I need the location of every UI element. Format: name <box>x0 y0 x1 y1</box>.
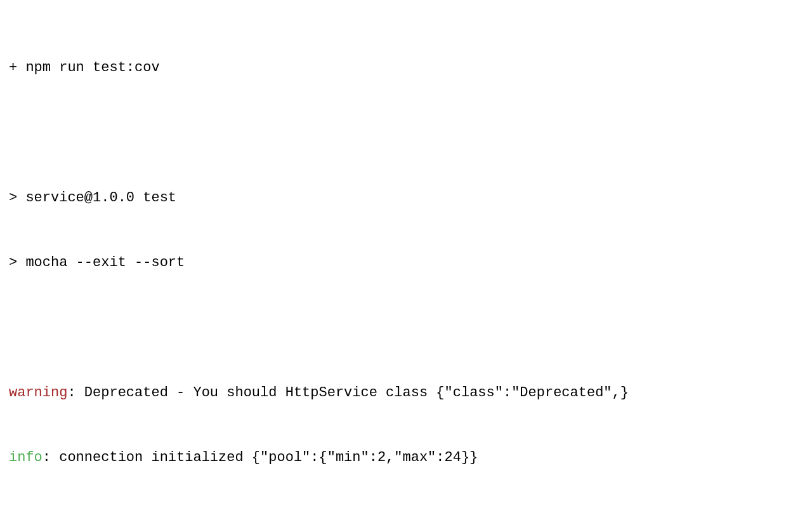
terminal-log-info-line: info: connection initialized {"pool":{"m… <box>9 447 803 469</box>
terminal-blank-line <box>9 317 803 338</box>
terminal-output: + npm run test:cov > service@1.0.0 test … <box>9 14 803 490</box>
log-message: : Deprecated - You should HttpService cl… <box>67 385 629 401</box>
log-level-warning: warning <box>9 385 67 401</box>
terminal-output-line: > service@1.0.0 test <box>9 187 803 209</box>
log-message: : connection initialized {"pool":{"min":… <box>43 450 478 465</box>
terminal-blank-line <box>9 122 803 144</box>
log-level-info: info <box>9 450 43 465</box>
terminal-command-line: + npm run test:cov <box>9 57 803 79</box>
terminal-log-warning-line: warning: Deprecated - You should HttpSer… <box>9 382 803 404</box>
terminal-output-line: > mocha --exit --sort <box>9 252 803 274</box>
